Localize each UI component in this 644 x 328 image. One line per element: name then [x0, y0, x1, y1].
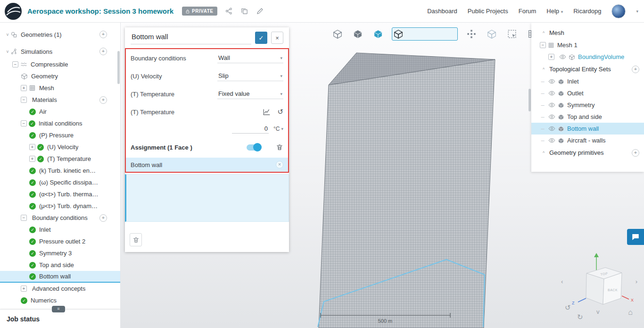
nav-help[interactable]: Help ▾ — [546, 8, 563, 15]
nav-public-projects[interactable]: Public Projects — [468, 8, 508, 15]
orientation-cube[interactable]: TOP BACK X Z ‹ › v ↺ ↻ ⌂ — [559, 251, 642, 327]
collapse-icon[interactable]: − — [21, 97, 27, 103]
temperature-input[interactable] — [232, 124, 269, 134]
sidebar-item-advanced-concepts[interactable]: + Advanced concepts — [0, 283, 120, 294]
visibility-icon[interactable] — [559, 53, 566, 60]
assignment-chip[interactable]: Bottom wall × — [126, 158, 288, 172]
nav-username[interactable]: Ricardopg — [573, 8, 601, 15]
collapse-sidebar-button[interactable]: ≡ — [52, 306, 65, 312]
view-surface-mesh-button[interactable] — [372, 27, 385, 41]
sidebar-item-boundary-conditions[interactable]: − Boundary conditions + — [0, 212, 120, 224]
box-select-tool-button[interactable] — [505, 27, 519, 41]
sidebar-item-turb-thermal-diffusivity[interactable]: ✓ (α<t>) Turb. thermal di... — [0, 188, 120, 200]
sidebar-item-mesh[interactable]: + Mesh — [0, 82, 120, 94]
delete-button[interactable] — [130, 233, 142, 246]
delete-assignment-icon[interactable] — [276, 143, 283, 151]
cube-left-face[interactable] — [586, 273, 604, 304]
sidebar-item-pressure[interactable]: ✓ (P) Pressure — [0, 129, 120, 141]
nav-dashboard[interactable]: Dashboard — [427, 8, 457, 15]
sidebar-item-turb-kinetic-energy[interactable]: ✓ (k) Turb. kinetic energy — [0, 165, 120, 177]
reset-icon[interactable]: ↺ — [277, 108, 283, 116]
sidebar-item-geometries[interactable]: v Geometries (1) + — [0, 27, 120, 42]
edit-icon[interactable] — [256, 7, 264, 15]
sidebar-item-bottom-wall[interactable]: ✓ Bottom wall — [0, 271, 120, 283]
selection-dropzone[interactable] — [125, 174, 289, 222]
add-primitive-button[interactable]: + — [632, 149, 639, 157]
rpanel-item-aircraft-walls[interactable]: – Aircraft - walls — [531, 135, 644, 146]
rpanel-item-top-and-side[interactable]: – Top and side — [531, 111, 644, 123]
apply-button[interactable]: ✓ — [255, 32, 267, 44]
chevron-up-icon[interactable]: ^ — [541, 151, 546, 155]
app-logo[interactable] — [5, 3, 22, 20]
add-geometry-button[interactable]: + — [99, 31, 107, 38]
rpanel-item-mesh1[interactable]: − Mesh 1 — [531, 39, 644, 51]
sidebar-item-numerics[interactable]: ✓ Numerics — [0, 294, 120, 306]
chevron-down-icon[interactable]: ▾ — [636, 9, 638, 14]
home-view-icon[interactable]: ⌂ — [628, 308, 633, 317]
close-button[interactable]: × — [271, 32, 283, 44]
transform-tool-button[interactable] — [465, 27, 478, 41]
view-solid-button[interactable] — [351, 27, 364, 41]
chevron-down-icon[interactable]: v — [5, 32, 10, 37]
rotate-right-chevron[interactable]: › — [636, 278, 637, 285]
expand-icon[interactable]: + — [548, 54, 554, 60]
sidebar-item-symmetry-3[interactable]: ✓ Symmetry 3 — [0, 247, 120, 259]
topological-entity-sets-header[interactable]: ^ Topological Entity Sets + — [531, 63, 644, 76]
expand-icon[interactable]: + — [21, 286, 27, 292]
unit-select[interactable]: °C ▾ — [273, 126, 283, 132]
rpanel-item-outlet[interactable]: – Outlet — [531, 87, 644, 99]
visibility-icon[interactable] — [548, 125, 555, 132]
sidebar-scrollbar[interactable] — [117, 51, 120, 84]
chevron-down-icon[interactable]: v — [5, 49, 10, 54]
right-panel-scrollbar[interactable] — [528, 89, 531, 111]
view-transparent-button[interactable] — [485, 27, 498, 41]
project-title[interactable]: Aerospace workshop: Session 3 homework — [27, 7, 173, 15]
remove-chip-button[interactable]: × — [276, 161, 283, 168]
view-standard-button[interactable] — [331, 27, 344, 41]
collapse-icon[interactable]: − — [540, 42, 546, 48]
velocity-select[interactable]: Slip ▾ — [217, 71, 283, 81]
sidebar-item-materials[interactable]: − Materials + — [0, 94, 120, 106]
assignment-toggle[interactable] — [247, 144, 261, 151]
sidebar-item-velocity[interactable]: + ✓ (U) Velocity — [0, 141, 120, 153]
visibility-icon[interactable] — [548, 113, 555, 120]
sidebar-item-initial-conditions[interactable]: − ✓ Initial conditions — [0, 118, 120, 129]
geometry-primitives-header[interactable]: ^ Geometry primitives + — [531, 146, 644, 159]
visibility-icon[interactable] — [548, 101, 555, 109]
sidebar-item-turb-dynamic-viscosity[interactable]: ✓ (μ<t>) Turb. dynamic v... — [0, 200, 120, 212]
expand-icon[interactable]: + — [21, 85, 27, 91]
temperature-select[interactable]: Fixed value ▾ — [217, 89, 283, 99]
sidebar-item-inlet[interactable]: ✓ Inlet — [0, 224, 120, 235]
sidebar-item-top-and-side[interactable]: ✓ Top and side — [0, 259, 120, 271]
sidebar-item-compressible[interactable]: − Compressible — [0, 59, 120, 70]
rpanel-item-boundingvolume[interactable]: + BoundingVolume — [531, 51, 644, 63]
chevron-up-icon[interactable]: ^ — [541, 67, 546, 72]
rotate-ccw-icon[interactable]: ↺ — [565, 303, 571, 312]
expand-icon[interactable]: + — [29, 156, 35, 162]
add-entity-set-button[interactable]: + — [632, 66, 639, 73]
copy-icon[interactable] — [240, 7, 248, 15]
rotate-cw-icon[interactable]: ↻ — [577, 313, 583, 321]
rotate-down-chevron[interactable]: v — [596, 308, 600, 315]
sidebar-item-air[interactable]: ✓ Air — [0, 106, 120, 118]
expand-icon[interactable]: + — [29, 144, 35, 150]
rotate-left-chevron[interactable]: ‹ — [561, 278, 563, 285]
collapse-icon[interactable]: − — [21, 215, 27, 221]
collapse-icon[interactable]: − — [21, 120, 27, 126]
rpanel-item-symmetry[interactable]: – Symmetry — [531, 99, 644, 111]
visibility-icon[interactable] — [548, 90, 555, 97]
visibility-icon[interactable] — [548, 78, 555, 85]
sidebar-item-temperature[interactable]: + ✓ (T) Temperature — [0, 153, 120, 165]
mesh-section-header[interactable]: ^ Mesh — [531, 26, 644, 39]
rpanel-item-bottom-wall[interactable]: – Bottom wall — [531, 123, 644, 135]
table-chart-icon[interactable] — [263, 108, 271, 116]
add-boundary-condition-button[interactable]: + — [99, 214, 107, 222]
sidebar-item-specific-dissipation[interactable]: ✓ (ω) Specific dissipation... — [0, 177, 120, 188]
chat-button[interactable] — [627, 229, 644, 245]
sidebar-item-geometry[interactable]: Geometry — [0, 70, 120, 82]
chevron-up-icon[interactable]: ^ — [541, 31, 546, 35]
sidebar-item-simulations[interactable]: v Simulations + — [0, 44, 120, 59]
collapse-icon[interactable]: − — [12, 61, 18, 67]
avatar[interactable] — [611, 4, 626, 18]
share-icon[interactable] — [225, 7, 233, 15]
